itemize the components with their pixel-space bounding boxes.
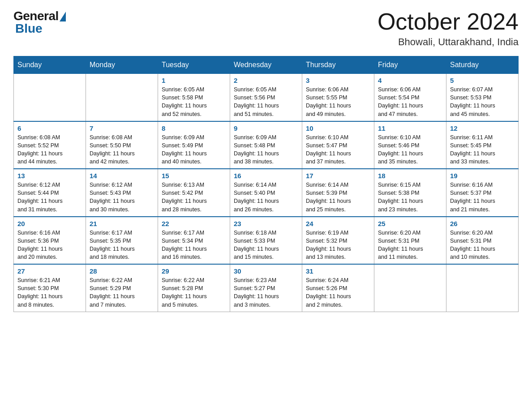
calendar-cell: 4Sunrise: 6:06 AM Sunset: 5:54 PM Daylig… (374, 74, 446, 121)
day-info: Sunrise: 6:17 AM Sunset: 5:35 PM Dayligh… (90, 229, 154, 261)
day-info: Sunrise: 6:20 AM Sunset: 5:31 PM Dayligh… (450, 229, 515, 261)
calendar-cell: 15Sunrise: 6:13 AM Sunset: 5:42 PM Dayli… (158, 169, 230, 217)
calendar-cell: 24Sunrise: 6:19 AM Sunset: 5:32 PM Dayli… (302, 217, 374, 265)
day-info: Sunrise: 6:12 AM Sunset: 5:43 PM Dayligh… (90, 181, 154, 214)
calendar-cell: 2Sunrise: 6:05 AM Sunset: 5:56 PM Daylig… (230, 74, 302, 121)
day-number: 27 (17, 267, 82, 275)
calendar-cell: 1Sunrise: 6:05 AM Sunset: 5:58 PM Daylig… (158, 74, 230, 121)
day-info: Sunrise: 6:08 AM Sunset: 5:52 PM Dayligh… (17, 133, 82, 166)
calendar-cell: 28Sunrise: 6:22 AM Sunset: 5:29 PM Dayli… (86, 264, 158, 312)
calendar-week-row: 20Sunrise: 6:16 AM Sunset: 5:36 PM Dayli… (14, 217, 519, 265)
day-number: 17 (306, 172, 370, 180)
day-number: 8 (162, 124, 226, 132)
calendar-cell: 10Sunrise: 6:10 AM Sunset: 5:47 PM Dayli… (302, 121, 374, 169)
day-number: 23 (234, 220, 298, 227)
day-info: Sunrise: 6:22 AM Sunset: 5:28 PM Dayligh… (162, 276, 226, 309)
calendar-cell: 7Sunrise: 6:08 AM Sunset: 5:50 PM Daylig… (86, 121, 158, 169)
calendar-cell: 5Sunrise: 6:07 AM Sunset: 5:53 PM Daylig… (446, 74, 519, 121)
calendar-week-row: 27Sunrise: 6:21 AM Sunset: 5:30 PM Dayli… (14, 264, 519, 312)
calendar-cell: 19Sunrise: 6:16 AM Sunset: 5:37 PM Dayli… (446, 169, 519, 217)
location-title: Bhowali, Uttarakhand, India (378, 36, 519, 48)
calendar-cell: 17Sunrise: 6:14 AM Sunset: 5:39 PM Dayli… (302, 169, 374, 217)
calendar-cell: 23Sunrise: 6:18 AM Sunset: 5:33 PM Dayli… (230, 217, 302, 265)
calendar-cell: 6Sunrise: 6:08 AM Sunset: 5:52 PM Daylig… (14, 121, 86, 169)
day-info: Sunrise: 6:07 AM Sunset: 5:53 PM Dayligh… (450, 86, 515, 118)
day-number: 18 (378, 172, 442, 180)
day-info: Sunrise: 6:21 AM Sunset: 5:30 PM Dayligh… (17, 276, 82, 309)
calendar-cell: 18Sunrise: 6:15 AM Sunset: 5:38 PM Dayli… (374, 169, 446, 217)
day-number: 25 (378, 220, 442, 227)
day-number: 24 (306, 220, 370, 227)
day-info: Sunrise: 6:23 AM Sunset: 5:27 PM Dayligh… (234, 276, 298, 309)
calendar-header-sunday: Sunday (14, 56, 86, 74)
calendar-cell: 9Sunrise: 6:09 AM Sunset: 5:48 PM Daylig… (230, 121, 302, 169)
day-number: 20 (17, 220, 82, 227)
day-number: 29 (162, 267, 226, 275)
calendar-cell: 16Sunrise: 6:14 AM Sunset: 5:40 PM Dayli… (230, 169, 302, 217)
calendar-cell: 11Sunrise: 6:10 AM Sunset: 5:46 PM Dayli… (374, 121, 446, 169)
logo: General Blue (13, 9, 66, 36)
header-section: General Blue October 2024 Bhowali, Uttar… (13, 9, 519, 48)
day-info: Sunrise: 6:08 AM Sunset: 5:50 PM Dayligh… (90, 133, 154, 166)
calendar-cell: 13Sunrise: 6:12 AM Sunset: 5:44 PM Dayli… (14, 169, 86, 217)
day-number: 19 (450, 172, 515, 180)
calendar-cell (374, 264, 446, 312)
day-info: Sunrise: 6:20 AM Sunset: 5:31 PM Dayligh… (378, 229, 442, 261)
day-info: Sunrise: 6:14 AM Sunset: 5:39 PM Dayligh… (306, 181, 370, 214)
logo-blue-text: Blue (15, 21, 43, 36)
calendar-header-tuesday: Tuesday (158, 56, 230, 74)
month-title: October 2024 (378, 9, 519, 34)
calendar-table: SundayMondayTuesdayWednesdayThursdayFrid… (13, 56, 519, 312)
day-number: 26 (450, 220, 515, 227)
day-number: 31 (306, 267, 370, 275)
calendar-cell: 31Sunrise: 6:24 AM Sunset: 5:26 PM Dayli… (302, 264, 374, 312)
day-number: 15 (162, 172, 226, 180)
day-info: Sunrise: 6:13 AM Sunset: 5:42 PM Dayligh… (162, 181, 226, 214)
day-number: 5 (450, 77, 515, 84)
calendar-cell: 26Sunrise: 6:20 AM Sunset: 5:31 PM Dayli… (446, 217, 519, 265)
calendar-cell: 30Sunrise: 6:23 AM Sunset: 5:27 PM Dayli… (230, 264, 302, 312)
calendar-cell (86, 74, 158, 121)
day-number: 16 (234, 172, 298, 180)
calendar-week-row: 6Sunrise: 6:08 AM Sunset: 5:52 PM Daylig… (14, 121, 519, 169)
day-info: Sunrise: 6:19 AM Sunset: 5:32 PM Dayligh… (306, 229, 370, 261)
calendar-header-monday: Monday (86, 56, 158, 74)
day-info: Sunrise: 6:10 AM Sunset: 5:46 PM Dayligh… (378, 133, 442, 166)
day-number: 13 (17, 172, 82, 180)
day-info: Sunrise: 6:14 AM Sunset: 5:40 PM Dayligh… (234, 181, 298, 214)
calendar-cell (446, 264, 519, 312)
title-section: October 2024 Bhowali, Uttarakhand, India (378, 9, 519, 48)
day-info: Sunrise: 6:09 AM Sunset: 5:49 PM Dayligh… (162, 133, 226, 166)
day-number: 21 (90, 220, 154, 227)
day-info: Sunrise: 6:05 AM Sunset: 5:56 PM Dayligh… (234, 86, 298, 118)
day-info: Sunrise: 6:22 AM Sunset: 5:29 PM Dayligh… (90, 276, 154, 309)
calendar-cell: 20Sunrise: 6:16 AM Sunset: 5:36 PM Dayli… (14, 217, 86, 265)
day-info: Sunrise: 6:24 AM Sunset: 5:26 PM Dayligh… (306, 276, 370, 309)
calendar-header-friday: Friday (374, 56, 446, 74)
calendar-week-row: 13Sunrise: 6:12 AM Sunset: 5:44 PM Dayli… (14, 169, 519, 217)
calendar-header-row: SundayMondayTuesdayWednesdayThursdayFrid… (14, 56, 519, 74)
day-info: Sunrise: 6:16 AM Sunset: 5:36 PM Dayligh… (17, 229, 82, 261)
day-number: 7 (90, 124, 154, 132)
logo-triangle-icon (60, 12, 66, 21)
calendar-cell: 3Sunrise: 6:06 AM Sunset: 5:55 PM Daylig… (302, 74, 374, 121)
day-number: 2 (234, 77, 298, 84)
calendar-header-wednesday: Wednesday (230, 56, 302, 74)
day-number: 28 (90, 267, 154, 275)
calendar-week-row: 1Sunrise: 6:05 AM Sunset: 5:58 PM Daylig… (14, 74, 519, 121)
day-number: 6 (17, 124, 82, 132)
day-number: 3 (306, 77, 370, 84)
day-info: Sunrise: 6:11 AM Sunset: 5:45 PM Dayligh… (450, 133, 515, 166)
calendar-header-thursday: Thursday (302, 56, 374, 74)
day-info: Sunrise: 6:18 AM Sunset: 5:33 PM Dayligh… (234, 229, 298, 261)
day-info: Sunrise: 6:15 AM Sunset: 5:38 PM Dayligh… (378, 181, 442, 214)
day-info: Sunrise: 6:05 AM Sunset: 5:58 PM Dayligh… (162, 86, 226, 118)
day-info: Sunrise: 6:06 AM Sunset: 5:55 PM Dayligh… (306, 86, 370, 118)
day-number: 4 (378, 77, 442, 84)
calendar-cell: 25Sunrise: 6:20 AM Sunset: 5:31 PM Dayli… (374, 217, 446, 265)
day-info: Sunrise: 6:12 AM Sunset: 5:44 PM Dayligh… (17, 181, 82, 214)
calendar-cell (14, 74, 86, 121)
day-info: Sunrise: 6:17 AM Sunset: 5:34 PM Dayligh… (162, 229, 226, 261)
day-number: 10 (306, 124, 370, 132)
calendar-cell: 22Sunrise: 6:17 AM Sunset: 5:34 PM Dayli… (158, 217, 230, 265)
